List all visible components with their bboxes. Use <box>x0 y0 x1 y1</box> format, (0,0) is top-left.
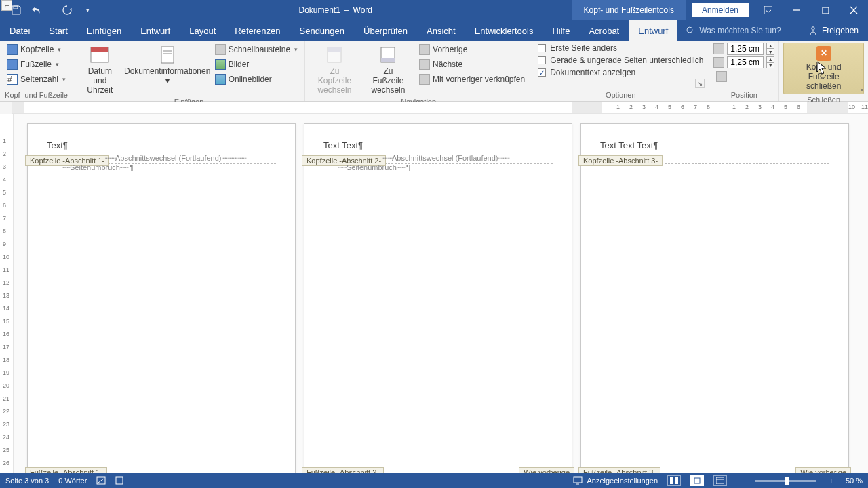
tab-file[interactable]: Datei <box>0 20 39 41</box>
section-break-text: ┈┈┈Abschnittswechsel (Fortlaufend)┈┈┈┈┈┈… <box>105 154 245 163</box>
same-as-previous-tag: Wie vorherige <box>519 467 574 473</box>
spin-up-icon[interactable]: ▲ <box>766 56 774 62</box>
same-as-previous-tag: Wie vorherige <box>795 467 851 473</box>
quick-parts-button[interactable]: Schnellbausteine▾ <box>212 43 300 56</box>
horizontal-ruler[interactable]: 21123456781234567891011121314151718 <box>12 102 868 114</box>
group-insert: Datum und Uhrzeit Dokumentinformationen … <box>73 41 305 101</box>
svg-rect-0 <box>14 6 18 9</box>
page-3[interactable]: Text Text Text¶ Kopfzeile -Abschnitt 3- … <box>580 123 849 473</box>
header-text[interactable]: Text Text¶ <box>323 140 363 150</box>
svg-rect-10 <box>91 47 108 52</box>
calendar-icon <box>89 44 111 66</box>
zoom-slider[interactable] <box>755 480 816 482</box>
word-count[interactable]: 0 Wörter <box>58 476 87 485</box>
footer-button[interactable]: Fußzeile▾ <box>4 58 68 71</box>
svg-point-8 <box>812 27 814 30</box>
ribbon-display-options-icon[interactable] <box>754 0 783 20</box>
tab-selector-icon[interactable]: ⌐ <box>1 0 12 11</box>
link-icon <box>419 74 430 85</box>
header-button[interactable]: Kopfzeile▾ <box>4 43 68 56</box>
goto-footer-button[interactable]: Zu Fußzeile wechseln <box>364 43 412 96</box>
share-button[interactable]: Freigeben <box>799 20 868 41</box>
group-position: ▲▼ ▲▼ Position <box>709 41 779 101</box>
web-layout-icon[interactable] <box>713 475 727 486</box>
link-to-previous-button[interactable]: Mit vorheriger verknüpfen <box>416 73 528 86</box>
section-break-text: ┈┈┈Abschnittswechsel (Fortlaufend)┈┈┈ <box>382 154 509 163</box>
spin-down-icon[interactable]: ▼ <box>766 62 774 68</box>
page-indicator[interactable]: Seite 3 von 3 <box>5 476 49 485</box>
goto-header-icon <box>323 44 345 66</box>
show-document-text-checkbox[interactable]: ✓Dokumenttext anzeigen <box>536 67 705 78</box>
sign-in-button[interactable]: Anmelden <box>692 3 749 17</box>
print-layout-icon[interactable] <box>690 475 704 486</box>
title-bar: ▾ Dokument1 – Word Kopf- und Fußzeilento… <box>0 0 868 20</box>
close-icon[interactable] <box>840 0 868 20</box>
collapse-ribbon-icon[interactable]: ˄ <box>860 89 864 98</box>
document-info-button[interactable]: Dokumentinformationen ▾ <box>127 43 208 87</box>
header-text[interactable]: Text¶ <box>47 140 68 150</box>
footer-from-bottom-spinner[interactable]: ▲▼ <box>713 56 774 68</box>
tab-header-footer-design[interactable]: Entwurf <box>629 20 677 41</box>
pictures-button[interactable]: Bilder <box>212 58 300 71</box>
group-label: Position <box>713 89 774 101</box>
tab-developer[interactable]: Entwicklertools <box>465 20 543 41</box>
header-from-top-input[interactable] <box>727 43 764 55</box>
tell-me-search[interactable]: Was möchten Sie tun? <box>677 20 789 41</box>
tab-help[interactable]: Hilfe <box>542 20 579 41</box>
dialog-launcher-icon[interactable]: ↘ <box>695 79 705 88</box>
macro-record-icon[interactable] <box>115 476 123 485</box>
tab-design[interactable]: Entwurf <box>131 20 180 41</box>
spellcheck-icon[interactable] <box>96 476 106 485</box>
tab-references[interactable]: Referenzen <box>225 20 290 41</box>
online-pictures-button[interactable]: Onlinebilder <box>212 73 300 86</box>
tab-mailings[interactable]: Sendungen <box>290 20 355 41</box>
tab-view[interactable]: Ansicht <box>417 20 465 41</box>
different-odd-even-checkbox[interactable]: Gerade & ungerade Seiten unterschiedlich <box>536 55 705 66</box>
group-navigation: Zu Kopfzeile wechseln Zu Fußzeile wechse… <box>305 41 532 101</box>
maximize-icon[interactable] <box>811 0 840 20</box>
next-button[interactable]: Nächste <box>416 58 528 71</box>
align-tab-icon <box>716 71 727 82</box>
spin-up-icon[interactable]: ▲ <box>766 43 774 49</box>
header-from-top-spinner[interactable]: ▲▼ <box>713 43 774 55</box>
status-bar: Seite 3 von 3 0 Wörter Anzeigeeinstellun… <box>0 473 868 488</box>
footer-section-tag: Fußzeile -Abschnitt 2- <box>302 467 384 473</box>
next-icon <box>419 59 430 70</box>
tab-acrobat[interactable]: Acrobat <box>579 20 629 41</box>
save-icon[interactable] <box>11 5 22 16</box>
svg-rect-7 <box>690 27 690 30</box>
svg-rect-21 <box>574 477 582 483</box>
close-header-footer-button[interactable]: ✕ Kopf- und Fußzeile schließen <box>783 43 864 94</box>
read-mode-icon[interactable] <box>667 475 681 486</box>
insert-alignment-tab-button[interactable] <box>713 70 774 83</box>
zoom-in-icon[interactable]: + <box>826 476 835 485</box>
date-time-button[interactable]: Datum und Uhrzeit <box>77 43 123 96</box>
different-first-page-checkbox[interactable]: Erste Seite anders <box>536 43 705 54</box>
minimize-icon[interactable] <box>783 0 811 20</box>
tab-layout[interactable]: Layout <box>180 20 225 41</box>
redo-icon[interactable] <box>62 5 73 16</box>
group-label: Optionen <box>536 89 705 101</box>
document-name: Dokument1 <box>299 5 340 15</box>
pages-area[interactable]: Text¶ Kopfzeile -Abschnitt 1- ┈┈┈Abschni… <box>14 114 868 473</box>
page-2[interactable]: Text Text¶ Kopfzeile -Abschnitt 2- ┈┈┈Ab… <box>304 123 572 473</box>
zoom-level[interactable]: 50 % <box>846 476 863 485</box>
svg-line-19 <box>98 479 104 483</box>
page-number-button[interactable]: #Seitenzahl▾ <box>4 73 68 86</box>
page-1[interactable]: Text¶ Kopfzeile -Abschnitt 1- ┈┈┈Abschni… <box>27 123 296 473</box>
tab-review[interactable]: Überprüfen <box>354 20 417 41</box>
tab-insert[interactable]: Einfügen <box>77 20 131 41</box>
qat-customize-icon[interactable]: ▾ <box>82 5 93 16</box>
page-break-text: ┈┈Seitenumbruch┈┈ ¶ <box>338 163 410 172</box>
previous-button[interactable]: Vorherige <box>416 43 528 56</box>
header-text[interactable]: Text Text Text¶ <box>600 140 658 150</box>
spin-down-icon[interactable]: ▼ <box>766 49 774 55</box>
vertical-ruler[interactable]: 1234567891011121314151617181920212223242… <box>0 114 14 473</box>
zoom-out-icon[interactable]: − <box>736 476 746 485</box>
contextual-tab-title: Kopf- und Fußzeilentools <box>572 0 686 20</box>
checkbox-checked-icon: ✓ <box>538 68 546 77</box>
display-settings-button[interactable]: Anzeigeeinstellungen <box>573 476 658 485</box>
undo-icon[interactable] <box>31 5 42 16</box>
footer-from-bottom-input[interactable] <box>727 56 764 68</box>
tab-home[interactable]: Start <box>39 20 77 41</box>
